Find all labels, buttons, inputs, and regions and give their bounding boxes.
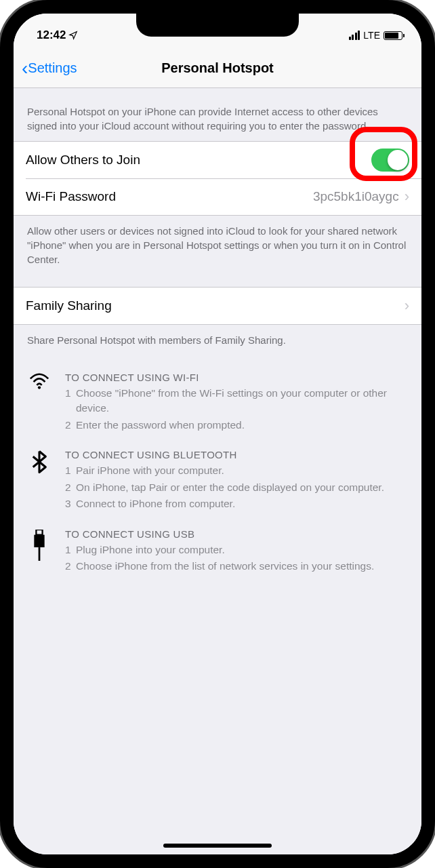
bt-step-1: Pair iPhone with your computer. (76, 463, 408, 478)
svg-point-0 (38, 386, 41, 389)
bt-step-3: Connect to iPhone from computer. (76, 496, 408, 511)
wifi-password-row[interactable]: Wi-Fi Password 3pc5bk1i0aygc › (14, 178, 421, 215)
content-scroll[interactable]: Personal Hotspot on your iPhone can prov… (14, 88, 421, 854)
usb-step-1: Plug iPhone into your computer. (76, 542, 408, 557)
wifi-step-1: Choose "iPhone" from the Wi-Fi settings … (76, 386, 408, 416)
family-footer: Share Personal Hotspot with members of F… (14, 325, 421, 350)
intro-text: Personal Hotspot on your iPhone can prov… (14, 88, 421, 141)
battery-icon (384, 31, 402, 40)
bluetooth-instructions: TO CONNECT USING BLUETOOTH 1Pair iPhone … (27, 449, 408, 513)
family-group: Family Sharing › (14, 287, 421, 325)
bt-step-2: On iPhone, tap Pair or enter the code di… (76, 480, 408, 495)
status-time: 12:42 (37, 28, 66, 42)
cellular-signal-icon (349, 31, 360, 40)
screen: 12:42 LTE ‹ Settings Personal Hotspot Pe… (14, 14, 421, 854)
wifi-password-label: Wi-Fi Password (26, 189, 313, 204)
notch (136, 14, 299, 37)
usb-instructions: TO CONNECT USING USB 1Plug iPhone into y… (27, 528, 408, 576)
usb-step-2: Choose iPhone from the list of network s… (76, 559, 408, 574)
bt-instr-title: TO CONNECT USING BLUETOOTH (65, 449, 408, 460)
bluetooth-icon (27, 449, 51, 513)
chevron-right-icon: › (405, 188, 409, 205)
usb-icon (27, 528, 51, 576)
home-indicator[interactable] (163, 844, 272, 848)
device-frame: 12:42 LTE ‹ Settings Personal Hotspot Pe… (0, 0, 435, 868)
allow-others-label: Allow Others to Join (26, 153, 371, 167)
wifi-instructions: TO CONNECT USING WI-FI 1Choose "iPhone" … (27, 372, 408, 434)
wifi-step-2: Enter the password when prompted. (76, 418, 408, 433)
usb-instr-title: TO CONNECT USING USB (65, 528, 408, 540)
page-title: Personal Hotspot (161, 60, 274, 76)
allow-others-row[interactable]: Allow Others to Join (14, 142, 421, 178)
chevron-right-icon: › (405, 297, 409, 315)
svg-rect-2 (34, 534, 44, 547)
network-label: LTE (363, 30, 380, 41)
hotspot-group: Allow Others to Join Wi-Fi Password 3pc5… (14, 141, 421, 216)
wifi-instr-title: TO CONNECT USING WI-FI (65, 372, 408, 383)
allow-others-toggle[interactable] (371, 149, 409, 172)
instructions: TO CONNECT USING WI-FI 1Choose "iPhone" … (14, 350, 421, 596)
chevron-left-icon: ‹ (22, 59, 28, 78)
toggle-knob (388, 150, 408, 170)
location-icon (68, 31, 78, 40)
wifi-icon (27, 372, 51, 434)
svg-rect-1 (36, 530, 42, 535)
wifi-password-value: 3pc5bk1i0aygc (313, 189, 399, 204)
back-label: Settings (28, 60, 77, 76)
allow-footer: Allow other users or devices not signed … (14, 216, 421, 275)
nav-bar: ‹ Settings Personal Hotspot (14, 49, 421, 88)
back-button[interactable]: ‹ Settings (22, 59, 77, 78)
family-sharing-label: Family Sharing (26, 298, 405, 313)
family-sharing-row[interactable]: Family Sharing › (14, 288, 421, 324)
